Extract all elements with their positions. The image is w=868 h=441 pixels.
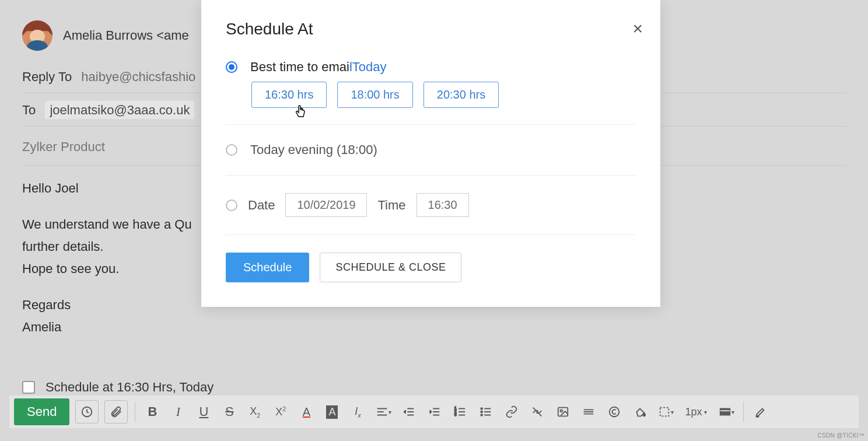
select-area-icon[interactable]: ▾	[656, 400, 676, 424]
radio-evening[interactable]	[226, 144, 237, 156]
radio-best-time[interactable]	[226, 61, 237, 73]
svg-point-5	[481, 411, 483, 413]
time-chip-1[interactable]: 16:30 hrs	[251, 82, 327, 108]
svg-point-8	[561, 410, 563, 412]
subscript-icon[interactable]: X2	[245, 400, 265, 424]
numbered-list-icon[interactable]: 123	[450, 400, 470, 424]
underline-icon[interactable]: U	[194, 400, 214, 424]
close-icon[interactable]: ×	[632, 20, 643, 37]
image-icon[interactable]	[553, 400, 573, 424]
indent-icon[interactable]	[425, 400, 444, 424]
send-button[interactable]: Send	[14, 398, 69, 425]
date-input[interactable]	[285, 193, 367, 217]
svg-point-4	[481, 408, 483, 410]
attach-icon[interactable]	[104, 400, 128, 424]
svg-point-9	[610, 407, 620, 417]
date-label: Date	[248, 198, 275, 213]
radio-custom[interactable]	[226, 200, 237, 211]
option-best-time[interactable]: Best time to emailToday	[226, 38, 636, 79]
body-signature: Amelia	[22, 317, 846, 337]
option-evening[interactable]: Today evening (18:00)	[226, 128, 636, 172]
schedule-close-button[interactable]: SCHEDULE & CLOSE	[320, 253, 461, 282]
clear-format-icon[interactable]: Ix	[348, 400, 368, 424]
schedule-checkbox-row[interactable]: Schedule at 16:30 Hrs, Today	[22, 380, 846, 395]
time-input[interactable]	[416, 193, 469, 217]
text-color-icon[interactable]: A	[296, 400, 316, 424]
superscript-icon[interactable]: X2	[271, 400, 290, 424]
time-chip-3[interactable]: 20:30 hrs	[424, 82, 499, 108]
highlighter-icon[interactable]	[751, 400, 771, 424]
highlight-icon[interactable]: A	[322, 400, 342, 424]
hr-icon[interactable]	[579, 400, 598, 424]
copyright-icon[interactable]	[604, 400, 624, 424]
option-custom[interactable]: Date Time	[226, 179, 636, 231]
best-time-today-link[interactable]: lToday	[349, 60, 387, 74]
time-label: Time	[377, 198, 405, 213]
unlink-icon[interactable]	[527, 400, 547, 424]
evening-label: Today evening (18:00)	[250, 142, 377, 158]
time-chip-2[interactable]: 18:00 hrs	[337, 82, 412, 108]
link-icon[interactable]	[502, 400, 522, 424]
strikethrough-icon[interactable]: S	[219, 400, 239, 424]
from-name: Amelia Burrows <ame	[63, 28, 189, 43]
watermark: CSDN @TICKI™	[818, 432, 864, 439]
svg-point-6	[481, 414, 483, 416]
cell-style-icon[interactable]: ▾	[716, 400, 736, 424]
svg-text:3: 3	[454, 412, 457, 416]
modal-actions: Schedule SCHEDULE & CLOSE	[226, 253, 636, 282]
schedule-checkbox-label: Schedule at 16:30 Hrs, Today	[46, 380, 214, 395]
border-width-picker[interactable]: 1px▾	[681, 406, 710, 418]
bold-icon[interactable]: B	[142, 400, 162, 424]
schedule-icon[interactable]	[75, 400, 99, 424]
to-address[interactable]: joelmatsiko@3aaa.co.uk	[45, 101, 194, 119]
avatar	[22, 20, 52, 51]
svg-rect-11	[720, 409, 730, 415]
best-time-label: Best time to emai	[250, 60, 349, 74]
schedule-modal: Schedule At × Best time to emailToday 16…	[201, 0, 660, 307]
reply-to-label: Reply To	[22, 69, 72, 84]
bullet-list-icon[interactable]	[476, 400, 496, 424]
time-chips: 16:30 hrs 18:00 hrs 20:30 hrs	[226, 79, 636, 121]
to-label: To	[22, 103, 36, 117]
reply-to-value: haibye@chicsfashio	[81, 69, 195, 84]
editor-toolbar: Send B I U S X2 X2 A A Ix ▾ 123 ▾ 1px▾ ▾	[9, 396, 859, 428]
align-icon[interactable]: ▾	[373, 400, 393, 424]
italic-icon[interactable]: I	[168, 400, 188, 424]
paint-bucket-icon[interactable]	[630, 400, 650, 424]
schedule-checkbox[interactable]	[22, 381, 35, 394]
svg-rect-10	[660, 408, 669, 416]
modal-title: Schedule At	[226, 20, 636, 38]
outdent-icon[interactable]	[399, 400, 419, 424]
schedule-button[interactable]: Schedule	[226, 253, 309, 282]
